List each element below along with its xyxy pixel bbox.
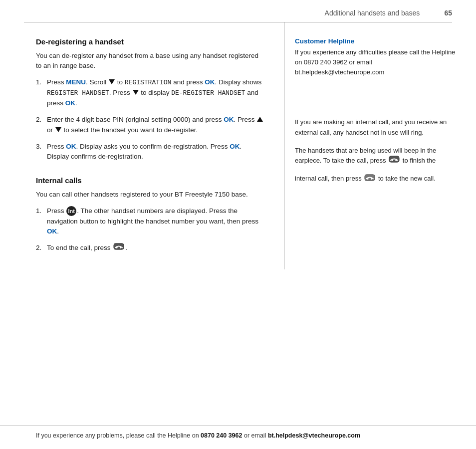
step-content: Press OK. Display asks you to confirm de… xyxy=(47,142,264,163)
main-content: De-registering a handset You can de-regi… xyxy=(0,22,476,269)
footer-email: bt.helpdesk@vtecheurope.com xyxy=(268,432,360,439)
svg-point-1 xyxy=(116,247,118,248)
left-column: De-registering a handset You can de-regi… xyxy=(0,22,284,269)
ok-label: OK xyxy=(66,143,76,150)
customer-helpline-heading: Customer Helpline xyxy=(295,37,456,45)
arrow-down-icon xyxy=(55,127,61,132)
answer-call-icon xyxy=(364,174,375,184)
svg-point-2 xyxy=(120,247,122,248)
header-page-number: 65 xyxy=(444,9,452,17)
right-column: Customer Helpline If you experience any … xyxy=(284,22,476,269)
internal-calls-step-2: 2. To end the call, press . xyxy=(36,243,264,253)
step-content: Press MENU. Scroll to REGISTRATION and p… xyxy=(47,77,264,109)
arrow-down-icon-2 xyxy=(133,90,139,95)
ok-label: OK xyxy=(47,227,57,235)
internal-calls-heading: Internal calls xyxy=(36,176,264,185)
customer-helpline-section: Customer Helpline If you experience any … xyxy=(295,37,456,77)
footer-text: If you experience any problems, please c… xyxy=(36,432,360,439)
internal-note-3-text: internal call, then press xyxy=(295,175,362,182)
step-content: Press Int. The other handset numbers are… xyxy=(47,206,264,237)
de-register-heading: De-registering a handset xyxy=(36,37,264,46)
step-number: 3. xyxy=(36,142,47,152)
svg-point-5 xyxy=(396,160,397,161)
svg-point-7 xyxy=(367,178,369,180)
svg-point-4 xyxy=(392,160,393,161)
de-register-intro: You can de-register any handset from a b… xyxy=(36,51,264,71)
int-button-icon: Int xyxy=(66,206,76,216)
step-number: 1. xyxy=(36,77,47,88)
internal-calls-intro: You can call other handsets registered t… xyxy=(36,190,264,200)
end-call-icon xyxy=(113,243,124,253)
svg-point-8 xyxy=(371,178,373,180)
ok-label: OK xyxy=(205,78,215,86)
de-register-step-3: 3. Press OK. Display asks you to confirm… xyxy=(36,142,264,163)
de-register-steps: 1. Press MENU. Scroll to REGISTRATION an… xyxy=(36,77,264,163)
header-title: Additional handsets and bases xyxy=(325,9,420,17)
de-register-step-2: 2. Enter the 4 digit base PIN (original … xyxy=(36,115,264,136)
register-handset-display: REGISTER HANDSET xyxy=(47,89,109,97)
registration-display: REGISTRATION xyxy=(125,79,172,86)
menu-label: MENU xyxy=(66,78,86,86)
arrow-up-icon xyxy=(257,117,263,122)
ok-label: OK xyxy=(224,116,234,123)
page-footer: If you experience any problems, please c… xyxy=(0,426,476,439)
ok-label-2: OK xyxy=(230,143,239,150)
internal-note-1: If you are making an internal call, and … xyxy=(295,117,456,137)
step-content: Enter the 4 digit base PIN (original set… xyxy=(47,115,264,136)
internal-note-2b: to finish the xyxy=(403,157,436,164)
page-header: Additional handsets and bases 65 xyxy=(0,0,476,22)
internal-note-2: The handsets that are being used will be… xyxy=(295,146,456,166)
step-number: 2. xyxy=(36,115,47,125)
de-register-section: De-registering a handset You can de-regi… xyxy=(36,37,264,162)
internal-note-3b: to take the new call. xyxy=(378,175,436,182)
footer-phone: 0870 240 3962 xyxy=(201,432,242,439)
internal-calls-step-1: 1. Press Int. The other handset numbers … xyxy=(36,206,264,237)
ok-label-2: OK xyxy=(65,99,75,107)
step-number: 1. xyxy=(36,206,47,217)
internal-calls-steps: 1. Press Int. The other handset numbers … xyxy=(36,206,264,254)
customer-helpline-text: If you experience any difficulties pleas… xyxy=(295,47,456,77)
finish-call-icon xyxy=(389,156,400,166)
arrow-down-icon xyxy=(109,79,115,84)
page: Additional handsets and bases 65 De-regi… xyxy=(0,0,476,449)
de-register-display: DE-REGISTER HANDSET xyxy=(171,89,245,97)
de-register-step-1: 1. Press MENU. Scroll to REGISTRATION an… xyxy=(36,77,264,109)
internal-calls-section: Internal calls You can call other handse… xyxy=(36,176,264,253)
step-number: 2. xyxy=(36,243,47,253)
internal-note-3: internal call, then press to take the ne… xyxy=(295,174,456,184)
step-content: To end the call, press . xyxy=(47,243,264,253)
